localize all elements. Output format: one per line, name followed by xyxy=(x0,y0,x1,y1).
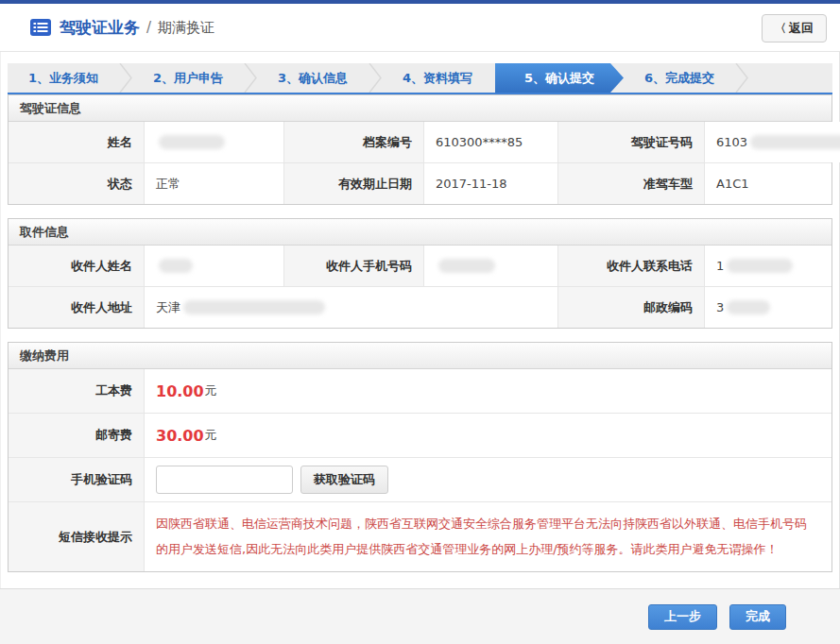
table-row: 状态 正常 有效期止日期 2017-11-18 准驾车型 A1C1 xyxy=(9,162,831,204)
redacted-value xyxy=(727,259,793,273)
step-bar-filler xyxy=(748,63,832,93)
step-6-finish-submit[interactable]: 6、完成提交 xyxy=(624,63,735,93)
step-separator-icon xyxy=(244,63,257,93)
license-no-value: 6103X xyxy=(704,122,840,162)
postage-fee-value: 30.00元 xyxy=(144,414,831,457)
page-header: 驾驶证业务 / 期满换证 〈 返回 xyxy=(0,4,840,52)
table-row: 短信接收提示 因陕西省联通、电信运营商技术问题，陕西省互联网交通安全综合服务管理… xyxy=(9,501,831,571)
recipient-phone-label: 收件人联系电话 xyxy=(557,246,704,286)
valid-until-label: 有效期止日期 xyxy=(283,163,423,204)
license-form-icon xyxy=(30,19,51,36)
breadcrumb-current: 期满换证 xyxy=(158,19,214,37)
postal-code-label: 邮政编码 xyxy=(557,287,704,328)
postage-fee-label: 邮寄费 xyxy=(9,414,144,457)
get-sms-code-button[interactable]: 获取验证码 xyxy=(300,466,388,494)
recipient-address-value: 天津 xyxy=(144,287,557,328)
back-button[interactable]: 〈 返回 xyxy=(762,14,827,42)
license-no-label: 驾驶证号码 xyxy=(557,122,704,162)
step-separator-icon xyxy=(119,63,132,93)
finish-button[interactable]: 完成 xyxy=(729,604,786,630)
section-title: 取件信息 xyxy=(9,219,831,246)
production-fee-unit: 元 xyxy=(205,382,217,399)
step-progress-bar: 1、业务须知 2、用户申告 3、确认信息 4、资料填写 5、确认提交 6、完成提… xyxy=(8,63,832,94)
sms-notice-cell: 因陕西省联通、电信运营商技术问题，陕西省互联网交通安全综合服务管理平台无法向持陕… xyxy=(144,502,831,571)
redacted-value xyxy=(159,135,225,149)
sms-code-input[interactable] xyxy=(156,466,293,494)
vehicle-class-value: A1C1 xyxy=(704,163,831,204)
sms-code-label: 手机验证码 xyxy=(9,458,144,501)
recipient-name-label: 收件人姓名 xyxy=(9,246,144,286)
redacted-value xyxy=(750,135,840,149)
section-title: 驾驶证信息 xyxy=(9,95,831,122)
redacted-value xyxy=(727,300,770,314)
postage-fee-unit: 元 xyxy=(205,427,217,444)
recipient-name-value xyxy=(144,246,283,286)
chevron-left-icon: 〈 xyxy=(775,21,786,37)
back-button-label: 返回 xyxy=(789,20,814,37)
name-label: 姓名 xyxy=(9,122,144,162)
file-no-label: 档案编号 xyxy=(283,122,423,162)
production-fee-label: 工本费 xyxy=(9,369,144,413)
section-pickup-info: 取件信息 收件人姓名 收件人手机号码 收件人联系电话 1 收件人地址 天津 邮政… xyxy=(8,218,832,329)
step-separator-icon xyxy=(735,63,748,93)
table-row: 收件人地址 天津 邮政编码 3 xyxy=(9,286,831,328)
footer-action-bar: 上一步 完成 xyxy=(0,588,840,644)
status-value: 正常 xyxy=(144,163,283,204)
step-1-business-notice[interactable]: 1、业务须知 xyxy=(8,63,119,93)
redacted-value xyxy=(183,300,325,314)
table-row: 手机验证码 获取验证码 xyxy=(9,457,831,501)
table-row: 邮寄费 30.00元 xyxy=(9,413,831,457)
recipient-address-prefix: 天津 xyxy=(156,299,180,316)
step-3-confirm-info[interactable]: 3、确认信息 xyxy=(257,63,369,93)
production-fee-amount: 10.00 xyxy=(156,382,204,400)
redacted-value xyxy=(438,259,495,273)
sms-code-field-cell: 获取验证码 xyxy=(144,458,831,501)
step-separator-icon xyxy=(369,63,382,93)
license-no-prefix: 6103 xyxy=(716,135,747,149)
section-fees: 缴纳费用 工本费 10.00元 邮寄费 30.00元 手机验证码 获取验证码 短… xyxy=(8,342,832,572)
table-row: 工本费 10.00元 xyxy=(9,369,831,413)
status-label: 状态 xyxy=(9,163,144,204)
breadcrumb-separator: / xyxy=(146,19,151,36)
name-value xyxy=(144,122,283,162)
recipient-mobile-value xyxy=(423,246,557,286)
page-title: 驾驶证业务 xyxy=(60,17,140,39)
redacted-value xyxy=(159,259,193,273)
postage-fee-amount: 30.00 xyxy=(156,427,204,445)
vehicle-class-label: 准驾车型 xyxy=(557,163,704,204)
recipient-address-label: 收件人地址 xyxy=(9,287,144,328)
section-title: 缴纳费用 xyxy=(9,343,831,369)
sms-notice-text: 因陕西省联通、电信运营商技术问题，陕西省互联网交通安全综合服务管理平台无法向持陕… xyxy=(156,502,831,571)
production-fee-value: 10.00元 xyxy=(144,369,831,413)
table-row: 收件人姓名 收件人手机号码 收件人联系电话 1 xyxy=(9,246,831,286)
file-no-value: 610300****85 xyxy=(423,122,557,162)
recipient-phone-prefix: 1 xyxy=(716,259,724,273)
postal-code-value: 3 xyxy=(704,287,831,328)
sms-notice-label: 短信接收提示 xyxy=(9,502,144,571)
step-5-confirm-submit[interactable]: 5、确认提交 xyxy=(495,63,624,93)
section-license-info: 驾驶证信息 姓名 档案编号 610300****85 驾驶证号码 6103X 状… xyxy=(8,94,832,205)
step-4-fill-materials[interactable]: 4、资料填写 xyxy=(382,63,493,93)
recipient-phone-value: 1 xyxy=(704,246,831,286)
valid-until-value: 2017-11-18 xyxy=(423,163,557,204)
table-row: 姓名 档案编号 610300****85 驾驶证号码 6103X xyxy=(9,122,831,162)
recipient-mobile-label: 收件人手机号码 xyxy=(283,246,423,286)
step-2-user-declaration[interactable]: 2、用户申告 xyxy=(132,63,244,93)
previous-step-button[interactable]: 上一步 xyxy=(648,604,717,630)
postal-code-prefix: 3 xyxy=(716,300,724,314)
